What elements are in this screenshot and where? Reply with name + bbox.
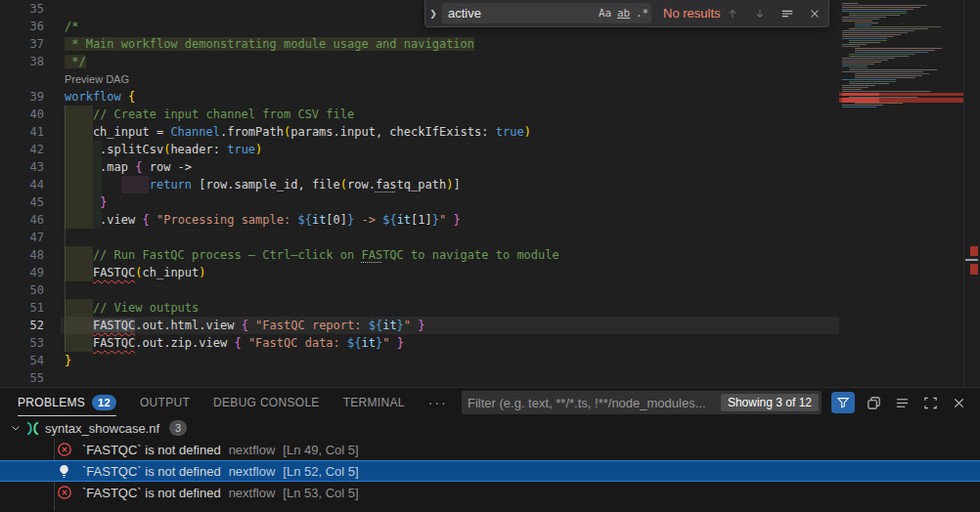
code-token: row -> [142, 160, 192, 174]
code-token: it [312, 213, 326, 227]
code-token: .fromPath [220, 125, 284, 139]
code-token: // Create input channel from CSV file [93, 107, 354, 121]
line-number: 55 [0, 369, 61, 387]
code-token: * Main workflow demonstrating module usa… [65, 37, 474, 51]
tab-output[interactable]: OUTPUT [140, 389, 190, 416]
code-line[interactable]: .splitCsv(header: true) [61, 141, 839, 158]
more-tabs-icon[interactable]: ··· [428, 395, 448, 410]
code-line[interactable]: // View outputs [61, 299, 839, 317]
whole-word-icon[interactable]: ab [614, 7, 633, 20]
line-number [0, 70, 61, 88]
code-token: { [234, 336, 241, 350]
minimap-line [849, 81, 896, 82]
code-token: ) [524, 125, 531, 139]
problem-row[interactable]: `FASTQC` is not definednextflow[Ln 53, C… [0, 482, 980, 503]
code-token: header: [170, 143, 227, 156]
code-token [65, 195, 100, 209]
minimap-line [855, 75, 922, 76]
code-line[interactable]: FASTQC.out.zip.view { "FastQC data: ${it… [61, 334, 839, 352]
code-line[interactable]: .view { "Processing sample: ${it[0]} -> … [61, 211, 839, 229]
showing-count-badge: Showing 3 of 12 [721, 394, 819, 411]
regex-icon[interactable]: .* [633, 7, 651, 20]
minimap-line [855, 52, 928, 53]
code-line[interactable]: return [row.sample_id, file(row.fastq_pa… [61, 176, 839, 193]
minimap-line [855, 22, 878, 23]
code-line[interactable]: // Run FastQC process – Ctrl–click on FA… [61, 246, 839, 264]
minimap-line [849, 15, 900, 16]
code-token [65, 107, 93, 121]
panel-actions: Showing 3 of 12 [462, 391, 968, 414]
minimap-line [849, 69, 937, 70]
minimap-line [855, 24, 871, 25]
tab-debug-console[interactable]: DEBUG CONSOLE [213, 389, 320, 416]
tab-problems[interactable]: PROBLEMS 12 [18, 389, 116, 416]
code-line[interactable]: * Main workflow demonstrating module usa… [61, 35, 839, 53]
overview-ruler[interactable] [963, 0, 980, 387]
collapse-all-icon[interactable] [865, 393, 883, 412]
code-area[interactable]: /* * Main workflow demonstrating module … [61, 0, 839, 387]
problem-source: nextflow [229, 443, 276, 457]
minimap-line [849, 28, 928, 29]
minimap-line [842, 19, 879, 20]
tab-terminal[interactable]: TERMINAL [343, 389, 405, 416]
code-line[interactable]: workflow { [61, 88, 839, 106]
code-token: -> [354, 213, 382, 227]
problem-message: `FASTQC` is not defined [82, 443, 221, 457]
filter-funnel-icon[interactable] [831, 392, 855, 413]
next-match-icon[interactable] [750, 4, 769, 23]
minimap-line [842, 38, 887, 39]
code-line[interactable]: */ [61, 53, 839, 70]
problems-count-badge: 12 [92, 395, 116, 410]
code-token: [0] [326, 213, 347, 227]
code-token: return [150, 178, 192, 192]
code-token: } [432, 213, 439, 227]
code-token: [1] [411, 213, 432, 227]
file-problem-count-badge: 3 [169, 420, 187, 436]
problems-file-group-row[interactable]: syntax_showcase.nf 3 [0, 417, 980, 439]
code-token: params.input, checkIfExists: [290, 125, 496, 139]
line-number: 36 [0, 18, 61, 35]
code-token [389, 336, 396, 350]
minimap-error-band [839, 98, 963, 103]
code-token [65, 336, 93, 350]
codelens-preview-dag-link[interactable]: Preview DAG [65, 73, 129, 85]
code-token: { [142, 213, 149, 227]
line-number: 43 [0, 158, 61, 176]
find-in-selection-icon[interactable] [778, 4, 796, 23]
panel-header: PROBLEMS 12 OUTPUT DEBUG CONSOLE TERMINA… [0, 388, 980, 417]
minimap-line [842, 44, 867, 45]
view-as-table-icon[interactable] [893, 393, 912, 412]
maximize-panel-icon[interactable] [921, 393, 940, 412]
code-lens-row[interactable]: Preview DAG [61, 70, 839, 88]
minimap-line [849, 83, 889, 84]
code-line[interactable]: FASTQC.out.html.view { "FastQC report: $… [61, 317, 839, 334]
chevron-down-icon[interactable] [8, 422, 23, 434]
code-token [65, 266, 93, 279]
minimap-line [849, 67, 868, 68]
code-line[interactable]: .map { row -> [61, 158, 839, 176]
close-find-widget-icon[interactable] [805, 4, 824, 23]
minimap[interactable] [839, 0, 963, 387]
find-input[interactable] [442, 6, 596, 21]
code-line[interactable]: ch_input = Channel.fromPath(params.input… [61, 123, 839, 141]
line-number: 51 [0, 299, 61, 317]
minimap-line [842, 7, 920, 8]
editor-pane[interactable]: 3536373839404142434445464748495051525354… [0, 0, 980, 387]
toggle-replace-chevron-icon[interactable]: ❯ [425, 0, 441, 26]
code-line[interactable] [61, 369, 839, 387]
previous-match-icon[interactable] [723, 4, 741, 23]
problem-row[interactable]: `FASTQC` is not definednextflow[Ln 52, C… [0, 460, 980, 482]
code-line[interactable]: // Create input channel from CSV file [61, 106, 839, 123]
code-line[interactable] [61, 229, 839, 246]
problem-row[interactable]: `FASTQC` is not definednextflow[Ln 49, C… [0, 439, 980, 460]
code-line[interactable]: } [61, 352, 839, 369]
code-token: workflow [65, 90, 128, 104]
code-line[interactable]: FASTQC(ch_input) [61, 264, 839, 281]
code-line[interactable] [61, 281, 839, 299]
close-panel-icon[interactable] [950, 393, 968, 412]
problems-filter-input[interactable] [462, 396, 721, 410]
code-line[interactable]: } [61, 193, 839, 211]
minimap-line [855, 77, 915, 78]
minimap-line [842, 60, 888, 61]
match-case-icon[interactable]: Aa [596, 7, 614, 20]
